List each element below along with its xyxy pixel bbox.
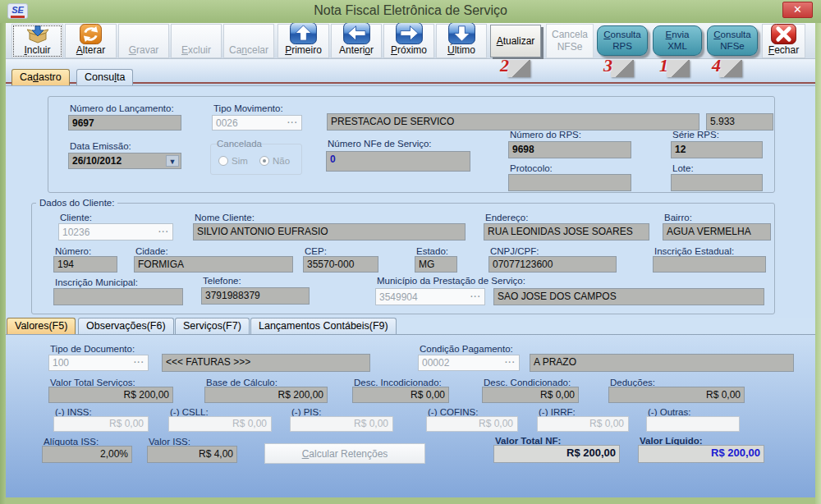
numero-lancamento-field[interactable]: 9697 bbox=[68, 115, 181, 131]
tab-cadastro[interactable]: Cadastro bbox=[11, 69, 70, 85]
cofins-field[interactable]: R$ 0,00 bbox=[426, 416, 518, 432]
inscricao-municipal-field[interactable] bbox=[53, 288, 183, 305]
tab-consulta[interactable]: Consulta bbox=[76, 69, 133, 85]
anterior-button[interactable]: Anterior bbox=[331, 24, 382, 58]
cancela-nfse-button: Cancela NFSe bbox=[546, 24, 594, 58]
estado-field[interactable]: MG bbox=[415, 256, 457, 273]
numero-rps-field[interactable]: 9698 bbox=[508, 141, 631, 158]
valor-liquido-field[interactable]: R$ 200,00 bbox=[638, 445, 764, 463]
ellipsis-icon[interactable]: ··· bbox=[287, 117, 298, 130]
municipio-desc-field[interactable]: SAO JOSE DOS CAMPOS bbox=[493, 288, 764, 305]
deducoes-field[interactable]: R$ 0,00 bbox=[608, 387, 745, 403]
telefone-field[interactable]: 3791988379 bbox=[201, 287, 310, 305]
lote-field[interactable] bbox=[671, 174, 763, 191]
endereco-field[interactable]: RUA LEONIDAS JOSE SOARES bbox=[484, 223, 649, 241]
inscricao-estadual-field[interactable] bbox=[653, 256, 766, 273]
consulta-rps-button[interactable]: Consulta RPS bbox=[597, 25, 648, 56]
nome-cliente-field[interactable]: SILVIO ANTONIO EUFRASIO bbox=[193, 223, 466, 241]
tipo-documento-desc-field[interactable]: <<< FATURAS >>> bbox=[162, 354, 370, 372]
protocolo-field[interactable] bbox=[508, 174, 631, 191]
cancela-nfse-label: Cancela NFSe bbox=[549, 29, 590, 53]
dropdown-arrow-icon[interactable]: ▼ bbox=[166, 155, 179, 167]
cnpj-label: CNPJ/CPF: bbox=[490, 246, 539, 256]
window-close-button[interactable]: ✕ bbox=[782, 2, 813, 18]
tipo-movimento-desc-field[interactable]: PRESTACAO DE SERVICO bbox=[327, 113, 699, 131]
condicao-pagamento-lookup[interactable]: 00002 ··· bbox=[418, 355, 520, 371]
condicao-desc-field[interactable]: A PRAZO bbox=[530, 354, 794, 372]
pis-field[interactable]: R$ 0,00 bbox=[290, 416, 393, 432]
ellipsis-icon[interactable]: ··· bbox=[134, 356, 144, 369]
anterior-label: Anterior bbox=[339, 44, 374, 56]
tipo-documento-label: Tipo de Documento: bbox=[50, 344, 135, 354]
irrf-field[interactable]: R$ 0,00 bbox=[537, 416, 629, 432]
cancelada-nao-radio[interactable]: Não bbox=[259, 156, 290, 166]
calcular-retencoes-label: Calcular Retenções bbox=[302, 448, 388, 460]
serie-rps-field[interactable]: 12 bbox=[671, 141, 763, 158]
tipo-movimento-label: Tipo Movimento: bbox=[213, 103, 283, 113]
csll-field[interactable]: R$ 0,00 bbox=[168, 416, 272, 432]
numero-field[interactable]: 194 bbox=[53, 256, 117, 273]
bairro-label: Bairro: bbox=[664, 213, 692, 222]
nome-cliente-label: Nome Cliente: bbox=[195, 213, 255, 222]
valor-total-nf-field[interactable]: R$ 200,00 bbox=[493, 445, 620, 463]
data-emissao-field[interactable]: 26/10/2012 ▼ bbox=[68, 153, 181, 169]
consulta-nfse-button[interactable]: Consulta NFSe bbox=[707, 25, 758, 56]
bairro-field[interactable]: AGUA VERMELHA bbox=[663, 223, 771, 241]
inbox-arrow-icon bbox=[27, 25, 48, 44]
desc-condicionado-field[interactable]: R$ 0,00 bbox=[482, 387, 579, 403]
cep-field[interactable]: 35570-000 bbox=[303, 256, 378, 273]
cancelada-sim-radio[interactable]: Sim bbox=[218, 156, 248, 166]
cnpj-field[interactable]: 07077123600 bbox=[488, 256, 617, 273]
valor-iss-field[interactable]: R$ 4,00 bbox=[147, 446, 237, 463]
valor-total-servicos-field[interactable]: R$ 200,00 bbox=[48, 387, 173, 403]
cancelar-label: Cancelar bbox=[229, 44, 268, 56]
tab-valores[interactable]: Valores(F5) bbox=[7, 318, 76, 334]
primeiro-label: Primeiro bbox=[285, 44, 322, 56]
cancelada-label: Cancelada bbox=[217, 139, 262, 149]
annotation-number: 4 bbox=[712, 55, 721, 76]
consulta-rps-label: Consulta RPS bbox=[600, 30, 645, 53]
municipio-lookup[interactable]: 3549904 ··· bbox=[375, 288, 485, 305]
ellipsis-icon[interactable]: ··· bbox=[505, 356, 516, 369]
annotation-marker-1: 1 bbox=[667, 60, 690, 77]
ultimo-button[interactable]: Último bbox=[436, 24, 487, 58]
arrow-left-icon bbox=[343, 22, 370, 44]
cliente-label: Cliente: bbox=[60, 213, 92, 222]
tipo-movimento-lookup[interactable]: 0026 ··· bbox=[212, 115, 302, 131]
cliente-lookup[interactable]: 10236 ··· bbox=[58, 223, 173, 241]
ellipsis-icon[interactable]: ··· bbox=[470, 291, 481, 304]
cidade-field[interactable]: FORMIGA bbox=[134, 256, 293, 273]
base-calculo-field[interactable]: R$ 200,00 bbox=[204, 387, 328, 403]
valores-panel: Tipo de Documento: 100 ··· <<< FATURAS >… bbox=[0, 334, 821, 497]
municipio-value: 3549904 bbox=[379, 291, 418, 304]
condicao-value: 00002 bbox=[422, 356, 449, 369]
ellipsis-icon[interactable]: ··· bbox=[158, 226, 169, 239]
numero-rps-label: Número do RPS: bbox=[510, 130, 581, 140]
tipo-documento-lookup[interactable]: 100 ··· bbox=[48, 355, 149, 371]
gravar-label: Gravar bbox=[129, 44, 159, 56]
alterar-button[interactable]: Alterar bbox=[65, 24, 117, 58]
inscricao-estadual-label: Inscrição Estadual: bbox=[654, 246, 734, 256]
incluir-button[interactable]: Incluir bbox=[11, 24, 63, 58]
envia-xml-button[interactable]: Envia XML bbox=[653, 25, 702, 56]
inss-field[interactable]: R$ 0,00 bbox=[53, 416, 149, 432]
calcular-retencoes-button[interactable]: Calcular Retenções bbox=[264, 443, 425, 464]
condicao-pagamento-label: Condição Pagamento: bbox=[420, 344, 513, 354]
gravar-button: Gravar bbox=[118, 24, 169, 58]
tab-observacoes[interactable]: Observações(F6) bbox=[78, 318, 174, 334]
window-bottom-border bbox=[0, 497, 821, 504]
outras-field[interactable] bbox=[646, 416, 740, 432]
inscricao-municipal-label: Inscrição Municipal: bbox=[55, 277, 138, 287]
aliquota-iss-field[interactable]: 2,00% bbox=[42, 446, 132, 463]
tab-servicos[interactable]: Serviços(F7) bbox=[175, 318, 250, 334]
codigo-field[interactable]: 5.933 bbox=[706, 113, 773, 131]
fechar-button[interactable]: Fechar bbox=[762, 24, 805, 58]
proximo-button[interactable]: Próximo bbox=[383, 24, 434, 58]
numero-nfe-field[interactable]: 0 bbox=[326, 151, 470, 172]
tab-lancamentos-contabeis[interactable]: Lançamentos Contábeis(F9) bbox=[250, 318, 397, 334]
refresh-icon bbox=[80, 24, 102, 44]
desc-incodicionado-field[interactable]: R$ 0,00 bbox=[352, 387, 449, 403]
protocolo-label: Protocolo: bbox=[510, 163, 553, 173]
atualizar-button[interactable]: Atualizar bbox=[490, 25, 541, 57]
primeiro-button[interactable]: Primeiro bbox=[277, 24, 329, 58]
